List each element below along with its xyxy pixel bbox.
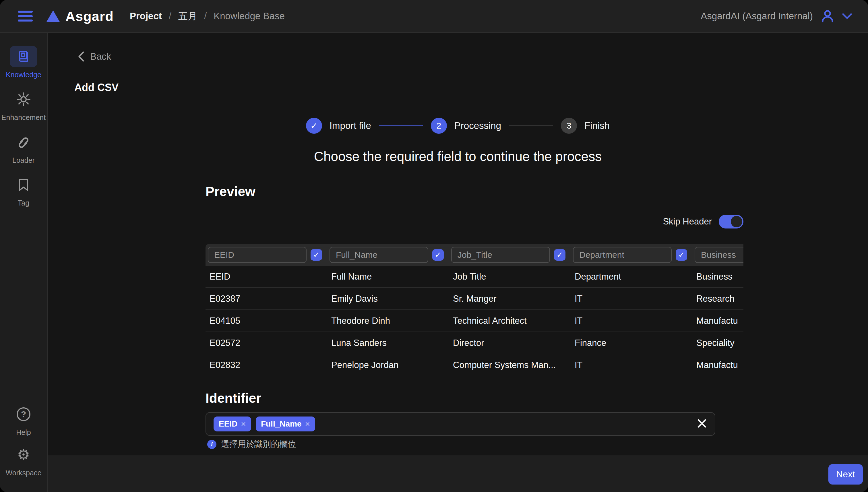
brand-logo[interactable]: Asgard: [47, 8, 114, 24]
breadcrumb-knowledge-base: Knowledge Base: [214, 10, 285, 22]
sidebar-item-label: Knowledge: [6, 71, 41, 79]
column-field-input[interactable]: [695, 247, 743, 263]
identifier-select[interactable]: EEID × Full_Name ×: [205, 412, 715, 436]
table-cell: Manufactu: [692, 316, 743, 326]
table-cell: Director: [449, 338, 571, 348]
hint-text: 選擇用於識別的欄位: [221, 439, 296, 450]
column-checkbox[interactable]: ✓: [311, 249, 322, 261]
preview-heading: Preview: [205, 184, 255, 199]
table-cell: Finance: [571, 338, 692, 348]
step-label: Finish: [585, 120, 610, 131]
table-cell: IT: [571, 316, 692, 326]
table-cell: Speciality: [692, 338, 743, 348]
step-label: Processing: [454, 120, 501, 131]
sidebar-item-help[interactable]: ? Help: [0, 403, 47, 437]
table-cell: Business: [692, 272, 743, 282]
column-field-input[interactable]: [208, 247, 306, 263]
column-field-input[interactable]: [573, 247, 672, 263]
breadcrumb-separator: /: [169, 10, 171, 22]
step-connector: [509, 125, 553, 126]
skip-header-row: Skip Header: [663, 215, 743, 228]
breadcrumb-project[interactable]: Project: [130, 10, 162, 22]
column-checkbox[interactable]: ✓: [676, 249, 687, 261]
breadcrumb: Project / 五月 / Knowledge Base: [130, 10, 285, 23]
step-finish: 3 Finish: [561, 118, 610, 134]
column-checkbox[interactable]: ✓: [432, 249, 444, 261]
sidebar-bottom: ? Help ⚙ Workspace: [0, 403, 47, 485]
sidebar-item-label: Help: [16, 428, 31, 437]
footer-bar: Next: [48, 456, 868, 492]
top-bar: Asgard Project / 五月 / Knowledge Base Asg…: [0, 0, 868, 33]
brand-name: Asgard: [66, 8, 114, 24]
table-cell: E02387: [205, 294, 327, 304]
menu-icon[interactable]: [18, 10, 33, 22]
link-icon: [10, 131, 37, 153]
step-number: 3: [561, 118, 577, 134]
preview-table: ✓ ✓ ✓ ✓ ✓ EEID Full Name Job Title: [205, 244, 743, 377]
column-field-input[interactable]: [451, 247, 550, 263]
step-label: Import file: [329, 120, 371, 131]
tag-remove-icon[interactable]: ×: [305, 419, 310, 429]
sidebar-item-label: Loader: [13, 156, 35, 165]
table-cell: IT: [571, 294, 692, 304]
chevron-left-icon: [78, 51, 84, 62]
breadcrumb-month[interactable]: 五月: [178, 10, 197, 23]
identifier-tag: Full_Name ×: [256, 417, 315, 432]
account-menu[interactable]: AsgardAI (Asgard Internal): [701, 9, 852, 23]
table-cell: Theodore Dinh: [327, 316, 449, 326]
back-label: Back: [90, 51, 111, 62]
table-row: E02832 Penelope Jordan Computer Systems …: [205, 354, 743, 376]
book-icon: [10, 46, 37, 67]
sidebar: Knowledge Enhancement: [0, 33, 48, 492]
table-cell: Research: [692, 294, 743, 304]
table-cell: Luna Sanders: [327, 338, 449, 348]
triangle-logo-icon: [47, 10, 60, 22]
step-number: 2: [431, 118, 447, 134]
table-cell: Computer Systems Man...: [449, 360, 571, 370]
table-cell: Full Name: [327, 272, 449, 282]
next-button[interactable]: Next: [828, 464, 863, 485]
clear-all-icon[interactable]: [696, 418, 707, 430]
skip-header-toggle[interactable]: [719, 215, 743, 228]
table-cell: EEID: [205, 272, 327, 282]
table-cell: Job Title: [449, 272, 571, 282]
table-cell: Emily Davis: [327, 294, 449, 304]
table-cell: E04105: [205, 316, 327, 326]
table-cell: IT: [571, 360, 692, 370]
sidebar-item-knowledge[interactable]: Knowledge: [0, 46, 47, 79]
step-import-file: ✓ Import file: [306, 118, 371, 134]
table-cell: Manufactu: [692, 360, 743, 370]
table-cell: Sr. Manger: [449, 294, 571, 304]
table-cell: Department: [571, 272, 692, 282]
question-glyph: ?: [21, 409, 26, 419]
chevron-down-icon[interactable]: [842, 13, 852, 19]
gear-icon: ⚙: [10, 444, 37, 465]
column-header: ✓: [449, 247, 571, 263]
table-row: E02387 Emily Davis Sr. Manger IT Researc…: [205, 288, 743, 310]
sidebar-item-label: Tag: [18, 199, 29, 207]
identifier-tag: EEID ×: [214, 417, 251, 432]
column-checkbox[interactable]: ✓: [554, 249, 566, 261]
identifier-heading: Identifier: [205, 390, 261, 406]
tag-label: Full_Name: [261, 419, 302, 428]
step-processing: 2 Processing: [431, 118, 501, 134]
sidebar-item-workspace[interactable]: ⚙ Workspace: [0, 444, 47, 477]
sun-icon: [10, 89, 37, 110]
sidebar-item-tag[interactable]: Tag: [0, 174, 47, 207]
question-circle-icon: ?: [10, 403, 37, 425]
sidebar-item-label: Enhancement: [1, 114, 46, 122]
sidebar-item-enhancement[interactable]: Enhancement: [0, 89, 47, 122]
sidebar-item-loader[interactable]: Loader: [0, 131, 47, 165]
back-button[interactable]: Back: [78, 51, 111, 62]
column-field-input[interactable]: [329, 247, 428, 263]
page-title: Add CSV: [74, 81, 119, 94]
preview-table-header: ✓ ✓ ✓ ✓ ✓: [205, 244, 743, 266]
column-header: ✓: [692, 247, 743, 263]
bookmark-icon: [10, 174, 37, 195]
app-window: Asgard Project / 五月 / Knowledge Base Asg…: [0, 0, 868, 492]
table-row: E02572 Luna Sanders Director Finance Spe…: [205, 332, 743, 354]
tag-remove-icon[interactable]: ×: [241, 419, 246, 429]
identifier-hint: i 選擇用於識別的欄位: [207, 439, 296, 450]
column-header: ✓: [205, 247, 327, 263]
person-icon[interactable]: [820, 9, 835, 23]
